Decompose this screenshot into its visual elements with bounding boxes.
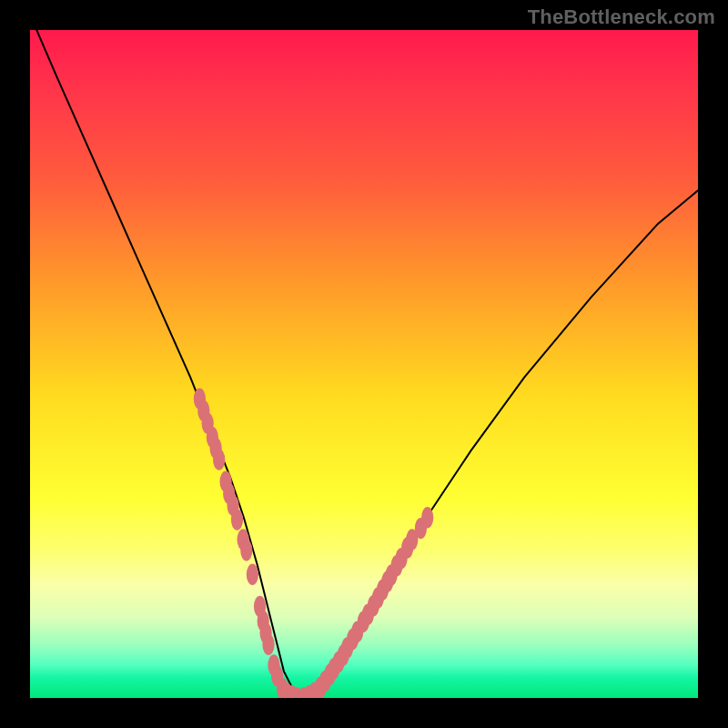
sample-dots — [194, 389, 434, 699]
sample-dot — [213, 449, 225, 470]
sample-dot — [240, 540, 252, 561]
chart-overlay — [30, 30, 698, 698]
sample-dot — [262, 634, 274, 655]
chart-frame: TheBottleneck.com — [0, 0, 728, 728]
sample-dot — [421, 507, 433, 528]
watermark-text: TheBottleneck.com — [528, 5, 715, 29]
bottleneck-curve — [36, 30, 698, 698]
sample-dot — [231, 509, 243, 530]
sample-dot — [247, 564, 258, 585]
plot-area — [30, 30, 698, 698]
